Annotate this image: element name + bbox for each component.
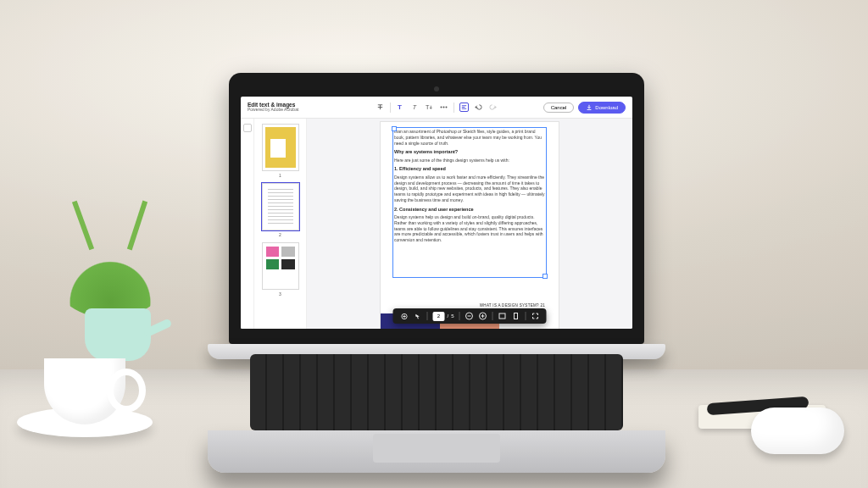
text-size-icon[interactable]: T	[425, 103, 434, 112]
cancel-button[interactable]: Cancel	[543, 103, 575, 113]
separator	[390, 103, 391, 113]
floating-page-toolbar: 2 / 5	[392, 308, 546, 324]
select-tool-icon[interactable]	[413, 312, 421, 320]
svg-point-3	[441, 107, 442, 108]
cancel-label: Cancel	[551, 105, 567, 110]
page-indicator: 2 / 5	[432, 312, 453, 321]
more-icon[interactable]	[439, 103, 448, 112]
plant-prop	[47, 208, 174, 361]
svg-rect-10	[515, 313, 518, 319]
canvas[interactable]: than an assortment of Photoshop or Sketc…	[307, 119, 632, 329]
page-total: 5	[451, 313, 453, 319]
app-screen: Edit text & images Powered by Adobe Acro…	[241, 97, 632, 329]
thumb-1-num: 1	[279, 173, 281, 178]
page-current-input[interactable]: 2	[432, 312, 444, 321]
format-toolbar: T T T	[376, 103, 498, 113]
thumb-2-num: 2	[279, 232, 281, 237]
app-subtitle: Powered by Adobe Acrobat	[248, 108, 298, 113]
align-left-icon[interactable]	[459, 103, 469, 112]
text-bold-icon[interactable]: T	[396, 103, 405, 112]
text-italic-icon[interactable]: T	[410, 103, 420, 112]
separator	[426, 312, 427, 320]
text-paragraph-icon[interactable]	[376, 103, 385, 112]
separator	[459, 312, 460, 320]
thumbnails-panel-icon[interactable]	[243, 124, 252, 132]
undo-icon[interactable]	[474, 103, 483, 112]
separator	[526, 312, 526, 320]
svg-text:T: T	[413, 103, 417, 111]
left-rail	[241, 119, 254, 329]
topbar: Edit text & images Powered by Adobe Acro…	[241, 97, 632, 119]
title-block: Edit text & images Powered by Adobe Acro…	[248, 102, 298, 113]
separator	[453, 103, 454, 113]
svg-rect-9	[499, 313, 505, 319]
hand-tool-icon[interactable]	[399, 312, 408, 320]
workspace: 1 2 3	[241, 119, 632, 329]
svg-text:T: T	[398, 103, 402, 111]
fullscreen-icon[interactable]	[531, 312, 540, 320]
thumb-2[interactable]: 2	[262, 183, 299, 237]
mouse-prop	[751, 408, 844, 454]
page-2[interactable]: than an assortment of Photoshop or Sketc…	[381, 122, 559, 329]
download-button[interactable]: Download	[578, 102, 626, 114]
scene: Edit text & images Powered by Adobe Acro…	[0, 0, 868, 488]
camera-dot	[434, 86, 439, 92]
zoom-out-icon[interactable]	[465, 312, 474, 320]
redo-icon[interactable]	[488, 103, 498, 112]
svg-point-4	[443, 107, 445, 108]
keyboard	[250, 354, 623, 430]
pdf-editor-app: Edit text & images Powered by Adobe Acro…	[241, 97, 632, 329]
text-selection-box[interactable]	[392, 127, 547, 278]
header-actions: Cancel Download	[543, 102, 626, 114]
svg-point-5	[446, 107, 448, 108]
zoom-in-icon[interactable]	[479, 312, 487, 320]
svg-text:T: T	[426, 103, 430, 111]
cup-prop	[34, 357, 136, 437]
thumb-3[interactable]: 3	[262, 242, 299, 297]
laptop: Edit text & images Powered by Adobe Acro…	[208, 73, 665, 473]
download-label: Download	[595, 105, 618, 110]
separator	[492, 312, 493, 320]
trackpad	[373, 434, 500, 463]
fit-width-icon[interactable]	[498, 312, 507, 320]
thumb-3-num: 3	[279, 291, 281, 297]
thumbnail-panel: 1 2 3	[254, 119, 307, 329]
fit-page-icon[interactable]	[512, 312, 520, 320]
thumb-1[interactable]: 1	[262, 124, 299, 178]
page-sep: /	[447, 313, 448, 319]
download-icon	[586, 104, 593, 111]
